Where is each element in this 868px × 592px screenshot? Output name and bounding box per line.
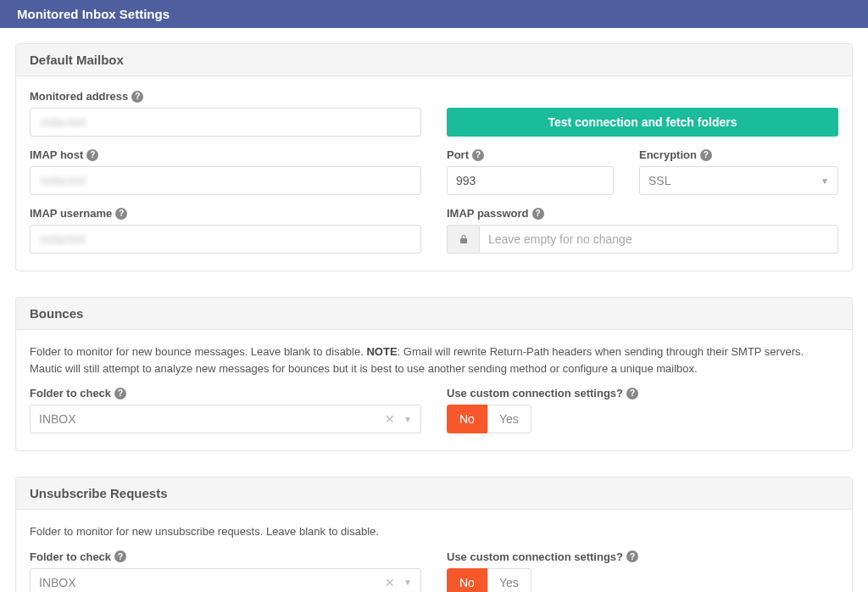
encryption-label: Encryption ? (639, 148, 838, 161)
unsubscribe-folder-select[interactable]: INBOX ✕ ▼ (30, 568, 421, 593)
help-icon[interactable]: ? (115, 208, 127, 220)
port-label: Port ? (447, 148, 614, 161)
imap-username-input[interactable] (30, 225, 421, 254)
imap-password-input[interactable] (479, 225, 838, 254)
help-icon[interactable]: ? (131, 91, 143, 103)
unsubscribe-header: Unsubscribe Requests (16, 478, 852, 510)
port-input[interactable] (447, 166, 614, 195)
bounces-custom-no[interactable]: No (447, 405, 487, 433)
help-icon[interactable]: ? (472, 149, 484, 161)
unsubscribe-description: Folder to monitor for new unsubscribe re… (30, 523, 838, 540)
unsubscribe-custom-no[interactable]: No (447, 568, 487, 593)
test-connection-button[interactable]: Test connection and fetch folders (447, 108, 838, 137)
bounces-panel: Bounces Folder to monitor for new bounce… (15, 297, 853, 451)
page-title: Monitored Inbox Settings (17, 7, 170, 21)
imap-host-label: IMAP host ? (30, 148, 421, 161)
chevron-down-icon: ▼ (403, 415, 412, 424)
help-icon[interactable]: ? (114, 550, 126, 562)
clear-icon[interactable]: ✕ (385, 412, 395, 426)
bounces-custom-toggle: No Yes (447, 405, 838, 433)
unsubscribe-folder-label: Folder to check ? (30, 550, 421, 563)
help-icon[interactable]: ? (700, 149, 712, 161)
bounces-description: Folder to monitor for new bounce message… (30, 343, 838, 377)
help-icon[interactable]: ? (532, 208, 544, 220)
help-icon[interactable]: ? (626, 550, 638, 562)
unsubscribe-body: Folder to monitor for new unsubscribe re… (16, 510, 852, 592)
imap-password-group (447, 225, 838, 254)
bounces-custom-label: Use custom connection settings? ? (447, 387, 838, 399)
imap-username-label: IMAP username ? (30, 207, 421, 220)
default-mailbox-header: Default Mailbox (16, 44, 852, 76)
default-mailbox-panel: Default Mailbox Monitored address ? Test… (15, 43, 853, 271)
help-icon[interactable]: ? (114, 388, 126, 399)
settings-container: Default Mailbox Monitored address ? Test… (0, 28, 868, 592)
chevron-down-icon: ▼ (403, 578, 412, 587)
bounces-folder-select[interactable]: INBOX ✕ ▼ (30, 405, 421, 433)
unsubscribe-custom-yes[interactable]: Yes (487, 568, 531, 593)
imap-password-label: IMAP password ? (447, 207, 838, 220)
imap-host-input[interactable] (30, 166, 421, 195)
monitored-address-label: Monitored address ? (30, 90, 421, 103)
help-icon[interactable]: ? (86, 149, 98, 161)
encryption-select[interactable]: SSL ▼ (639, 166, 838, 195)
unsubscribe-custom-toggle: No Yes (447, 568, 838, 593)
lock-icon (447, 225, 479, 254)
clear-icon[interactable]: ✕ (385, 576, 395, 589)
bounces-custom-yes[interactable]: Yes (487, 405, 531, 433)
unsubscribe-panel: Unsubscribe Requests Folder to monitor f… (15, 477, 853, 592)
bounces-folder-label: Folder to check ? (30, 387, 421, 399)
page-header: Monitored Inbox Settings (0, 0, 868, 28)
help-icon[interactable]: ? (626, 388, 638, 399)
unsubscribe-custom-label: Use custom connection settings? ? (447, 550, 838, 563)
bounces-body: Folder to monitor for new bounce message… (16, 330, 852, 450)
monitored-address-input[interactable] (30, 108, 421, 137)
bounces-header: Bounces (16, 298, 852, 330)
default-mailbox-body: Monitored address ? Test connection and … (16, 76, 852, 271)
chevron-down-icon: ▼ (821, 176, 829, 186)
